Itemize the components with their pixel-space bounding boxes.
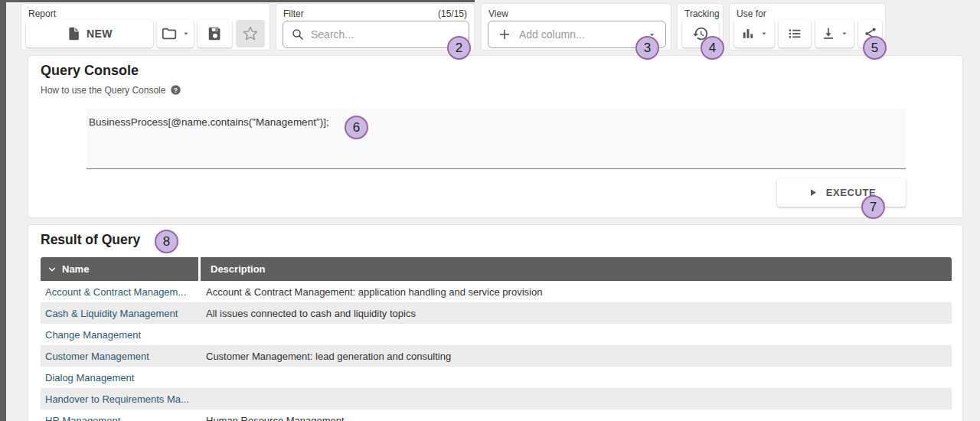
query-console-card: Query Console How to use the Query Conso… xyxy=(28,55,963,218)
execute-button[interactable]: EXECUTE xyxy=(777,178,906,207)
row-name-link[interactable]: Customer Management xyxy=(41,351,198,362)
annotation-badge-3: 3 xyxy=(635,36,659,60)
play-icon xyxy=(807,187,818,198)
use-for-group-label: Use for xyxy=(737,8,766,19)
results-table-header: Name Description xyxy=(41,257,952,281)
annotation-badge-8: 8 xyxy=(155,230,178,253)
use-for-toolbar-group: Use for xyxy=(729,3,886,51)
row-description: Customer Management: lead generation and… xyxy=(198,351,952,362)
help-link[interactable]: How to use the Query Console xyxy=(41,85,165,96)
favorite-star-button[interactable] xyxy=(236,20,265,47)
svg-text:?: ? xyxy=(174,86,178,94)
annotation-badge-7: 7 xyxy=(861,195,885,219)
row-name-link[interactable]: HR Management xyxy=(41,415,198,421)
column-header-name[interactable]: Name xyxy=(41,257,198,281)
results-table: Name Description Account & Contract Mana… xyxy=(41,257,952,421)
chart-view-button[interactable] xyxy=(734,20,774,47)
save-icon xyxy=(207,25,224,42)
table-row: HR ManagementHuman Resource Management xyxy=(41,410,952,421)
search-input[interactable]: Search... xyxy=(283,21,469,48)
open-report-button[interactable] xyxy=(157,20,194,47)
chevron-down-icon xyxy=(182,30,190,38)
bar-chart-icon xyxy=(740,26,756,41)
query-console-title: Query Console xyxy=(41,63,139,79)
table-row: Handover to Requirements Ma... xyxy=(41,388,952,410)
document-icon xyxy=(67,26,82,41)
table-row: Change Management xyxy=(41,324,952,345)
list-view-button[interactable] xyxy=(779,20,811,47)
row-name-link[interactable]: Dialog Management xyxy=(41,372,198,383)
column-header-description[interactable]: Description xyxy=(201,257,952,281)
query-console-help: How to use the Query Console ? xyxy=(41,84,181,96)
report-group-label: Report xyxy=(28,8,56,19)
row-name-link[interactable]: Handover to Requirements Ma... xyxy=(41,393,198,405)
search-placeholder: Search... xyxy=(311,28,354,41)
filter-toolbar-group: Filter (15/15) Search... xyxy=(276,3,475,51)
list-icon xyxy=(786,25,803,42)
table-row: Account & Contract Managem...Account & C… xyxy=(41,281,952,302)
window-edge-left xyxy=(0,0,6,421)
download-icon xyxy=(821,26,836,41)
results-title: Result of Query xyxy=(41,232,140,248)
table-row: Customer ManagementCustomer Management: … xyxy=(41,345,952,367)
row-name-link[interactable]: Change Management xyxy=(41,329,198,341)
column-header-description-label: Description xyxy=(211,263,266,275)
plus-icon xyxy=(498,28,511,41)
sort-chevron-down-icon xyxy=(47,264,57,275)
new-report-label: NEW xyxy=(87,28,113,40)
results-table-body: Account & Contract Managem...Account & C… xyxy=(41,281,952,421)
filter-count: (15/15) xyxy=(438,8,467,19)
column-header-name-label: Name xyxy=(62,263,89,275)
save-report-button[interactable] xyxy=(198,20,232,47)
table-row: Cash & Liquidity ManagementAll issues co… xyxy=(41,302,952,324)
row-description: All issues connected to cash and liquidi… xyxy=(198,308,952,319)
query-results-card: Result of Query Name Description Account… xyxy=(28,224,963,421)
view-group-label: View xyxy=(488,8,508,19)
chevron-down-icon xyxy=(760,30,768,38)
annotation-badge-2: 2 xyxy=(447,36,471,60)
window-edge-top xyxy=(0,0,475,2)
star-icon xyxy=(241,24,260,43)
row-name-link[interactable]: Cash & Liquidity Management xyxy=(41,308,198,319)
help-icon[interactable]: ? xyxy=(170,84,181,96)
row-description: Account & Contract Management: applicati… xyxy=(198,286,952,298)
annotation-badge-6: 6 xyxy=(345,116,368,139)
download-button[interactable] xyxy=(815,20,854,47)
tracking-group-label: Tracking xyxy=(684,8,720,19)
annotation-badge-5: 5 xyxy=(863,36,887,60)
row-name-link[interactable]: Account & Contract Managem... xyxy=(41,286,198,298)
folder-icon xyxy=(161,25,178,42)
new-report-button[interactable]: NEW xyxy=(26,20,153,47)
chevron-down-icon xyxy=(841,30,848,38)
annotation-badge-4: 4 xyxy=(701,36,724,60)
row-description: Human Resource Management xyxy=(198,415,952,421)
query-input[interactable]: BusinessProcess[@name.contains("Manageme… xyxy=(87,109,906,169)
add-column-placeholder: Add column... xyxy=(519,28,585,41)
search-icon xyxy=(291,28,305,41)
table-row: Dialog Management xyxy=(41,367,952,388)
report-toolbar-group: Report NEW xyxy=(21,3,270,51)
filter-group-label: Filter xyxy=(283,8,304,19)
